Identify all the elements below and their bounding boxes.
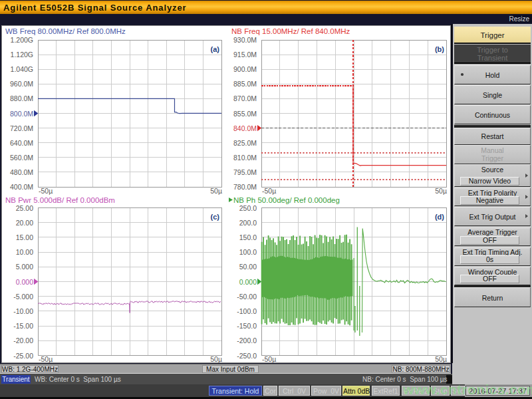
svg-text:(a): (a) (211, 45, 220, 53)
svg-text:825.0M: 825.0M (233, 139, 257, 147)
svg-text:1.200G: 1.200G (11, 36, 33, 44)
svg-text:NB Pwr 5.000dB/ Ref 0.000dBm: NB Pwr 5.000dB/ Ref 0.000dBm (5, 196, 115, 204)
svg-text:(c): (c) (211, 213, 220, 221)
svg-text:0.000: 0.000 (16, 278, 33, 286)
svg-text:1.040G: 1.040G (11, 65, 33, 73)
svg-text:-20.00: -20.00 (13, 336, 33, 344)
svg-text:WB Freq 80.00MHz/ Ref 800.0MHz: WB Freq 80.00MHz/ Ref 800.0MHz (5, 27, 126, 35)
svg-text:-50µ: -50µ (262, 187, 276, 195)
svg-text:560.0M: 560.0M (10, 154, 33, 162)
svg-text:720.0M: 720.0M (10, 124, 33, 132)
svg-text:800.0M: 800.0M (10, 110, 33, 118)
svg-text:880.0M: 880.0M (10, 94, 33, 102)
svg-text:10.00: 10.00 (16, 248, 33, 256)
svg-text:640.0M: 640.0M (10, 139, 33, 147)
svg-text:-50µ: -50µ (39, 187, 53, 195)
svg-text:5.000: 5.000 (16, 263, 33, 271)
svg-text:50.00: 50.00 (239, 263, 257, 271)
svg-text:915.0M: 915.0M (233, 51, 257, 59)
svg-text:250.0: 250.0 (239, 204, 257, 212)
svg-text:-50µ: -50µ (39, 355, 53, 363)
svg-text:960.0M: 960.0M (10, 80, 33, 88)
svg-text:-10.00: -10.00 (13, 307, 33, 315)
svg-text:-200.0: -200.0 (237, 336, 257, 344)
svg-text:NB Ph 50.00deg/ Ref 0.000deg: NB Ph 50.00deg/ Ref 0.000deg (233, 196, 340, 204)
svg-text:480.0M: 480.0M (10, 168, 33, 176)
svg-text:795.0M: 795.0M (233, 168, 257, 176)
svg-text:1.120G: 1.120G (11, 51, 33, 59)
svg-text:(b): (b) (435, 45, 444, 53)
svg-text:NB Freq 15.00MHz/ Ref 840.0MHz: NB Freq 15.00MHz/ Ref 840.0MHz (231, 27, 350, 35)
svg-text:200.0: 200.0 (239, 219, 257, 227)
svg-text:150.0: 150.0 (239, 233, 257, 241)
svg-text:100.0: 100.0 (239, 248, 257, 256)
svg-text:15.00: 15.00 (16, 233, 33, 241)
svg-text:25.00: 25.00 (16, 204, 33, 212)
svg-text:20.00: 20.00 (16, 219, 33, 227)
svg-text:900.0M: 900.0M (233, 65, 257, 73)
svg-text:50µ: 50µ (210, 355, 222, 363)
svg-text:-250.0: -250.0 (237, 352, 257, 360)
svg-text:-5.000: -5.000 (13, 293, 33, 301)
svg-text:885.0M: 885.0M (233, 80, 257, 88)
svg-text:-150.0: -150.0 (237, 322, 257, 330)
svg-text:50µ: 50µ (435, 355, 447, 363)
svg-text:50µ: 50µ (210, 187, 222, 195)
svg-text:810.0M: 810.0M (233, 154, 257, 162)
svg-text:50µ: 50µ (435, 187, 447, 195)
svg-text:-100.0: -100.0 (237, 307, 257, 315)
svg-text:400.0M: 400.0M (10, 183, 33, 191)
svg-text:870.0M: 870.0M (233, 94, 257, 102)
svg-text:840.0M: 840.0M (233, 124, 257, 132)
svg-text:-50µ: -50µ (262, 355, 276, 363)
svg-text:855.0M: 855.0M (233, 110, 257, 118)
svg-text:-50.00: -50.00 (237, 293, 257, 301)
svg-text:-25.00: -25.00 (13, 352, 33, 360)
svg-text:780.0M: 780.0M (233, 183, 257, 191)
svg-text:(d): (d) (435, 213, 444, 221)
svg-text:0.000: 0.000 (239, 278, 257, 286)
svg-text:930.0M: 930.0M (233, 36, 257, 44)
svg-text:-15.00: -15.00 (13, 322, 33, 330)
